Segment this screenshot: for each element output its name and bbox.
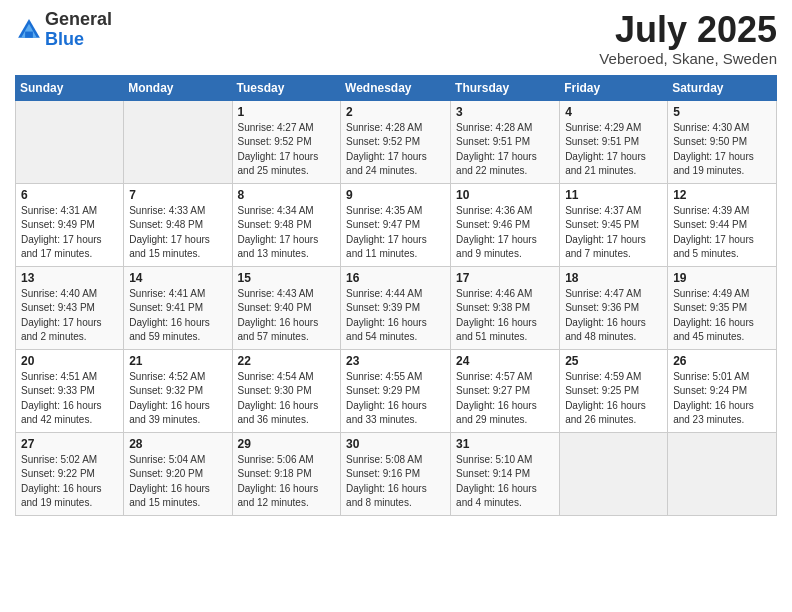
day-info: Sunrise: 4:43 AM Sunset: 9:40 PM Dayligh… [238, 287, 336, 345]
day-info: Sunrise: 4:47 AM Sunset: 9:36 PM Dayligh… [565, 287, 662, 345]
day-number: 2 [346, 105, 445, 119]
location-title: Veberoed, Skane, Sweden [599, 50, 777, 67]
day-number: 12 [673, 188, 771, 202]
header: General Blue July 2025 Veberoed, Skane, … [15, 10, 777, 67]
logo-blue: Blue [45, 29, 84, 49]
day-info: Sunrise: 4:27 AM Sunset: 9:52 PM Dayligh… [238, 121, 336, 179]
day-number: 27 [21, 437, 118, 451]
weekday-tuesday: Tuesday [232, 75, 341, 100]
day-number: 6 [21, 188, 118, 202]
calendar-cell: 4Sunrise: 4:29 AM Sunset: 9:51 PM Daylig… [560, 100, 668, 183]
weekday-thursday: Thursday [451, 75, 560, 100]
calendar-cell: 13Sunrise: 4:40 AM Sunset: 9:43 PM Dayli… [16, 266, 124, 349]
day-number: 5 [673, 105, 771, 119]
calendar-cell: 28Sunrise: 5:04 AM Sunset: 9:20 PM Dayli… [124, 432, 232, 515]
day-info: Sunrise: 4:57 AM Sunset: 9:27 PM Dayligh… [456, 370, 554, 428]
calendar-cell: 5Sunrise: 4:30 AM Sunset: 9:50 PM Daylig… [668, 100, 777, 183]
day-number: 15 [238, 271, 336, 285]
calendar-cell: 12Sunrise: 4:39 AM Sunset: 9:44 PM Dayli… [668, 183, 777, 266]
day-number: 11 [565, 188, 662, 202]
calendar-cell: 11Sunrise: 4:37 AM Sunset: 9:45 PM Dayli… [560, 183, 668, 266]
day-number: 7 [129, 188, 226, 202]
week-row-2: 6Sunrise: 4:31 AM Sunset: 9:49 PM Daylig… [16, 183, 777, 266]
day-info: Sunrise: 4:31 AM Sunset: 9:49 PM Dayligh… [21, 204, 118, 262]
day-info: Sunrise: 4:49 AM Sunset: 9:35 PM Dayligh… [673, 287, 771, 345]
day-info: Sunrise: 5:08 AM Sunset: 9:16 PM Dayligh… [346, 453, 445, 511]
calendar-cell [560, 432, 668, 515]
calendar-cell: 24Sunrise: 4:57 AM Sunset: 9:27 PM Dayli… [451, 349, 560, 432]
calendar-cell: 10Sunrise: 4:36 AM Sunset: 9:46 PM Dayli… [451, 183, 560, 266]
day-info: Sunrise: 4:44 AM Sunset: 9:39 PM Dayligh… [346, 287, 445, 345]
calendar-cell [16, 100, 124, 183]
calendar-cell: 31Sunrise: 5:10 AM Sunset: 9:14 PM Dayli… [451, 432, 560, 515]
day-info: Sunrise: 4:40 AM Sunset: 9:43 PM Dayligh… [21, 287, 118, 345]
day-info: Sunrise: 4:30 AM Sunset: 9:50 PM Dayligh… [673, 121, 771, 179]
day-number: 28 [129, 437, 226, 451]
day-info: Sunrise: 4:41 AM Sunset: 9:41 PM Dayligh… [129, 287, 226, 345]
day-info: Sunrise: 4:28 AM Sunset: 9:51 PM Dayligh… [456, 121, 554, 179]
day-info: Sunrise: 4:36 AM Sunset: 9:46 PM Dayligh… [456, 204, 554, 262]
weekday-monday: Monday [124, 75, 232, 100]
day-number: 13 [21, 271, 118, 285]
weekday-header-row: SundayMondayTuesdayWednesdayThursdayFrid… [16, 75, 777, 100]
title-block: July 2025 Veberoed, Skane, Sweden [599, 10, 777, 67]
day-info: Sunrise: 4:33 AM Sunset: 9:48 PM Dayligh… [129, 204, 226, 262]
calendar-cell: 18Sunrise: 4:47 AM Sunset: 9:36 PM Dayli… [560, 266, 668, 349]
day-number: 24 [456, 354, 554, 368]
day-info: Sunrise: 4:59 AM Sunset: 9:25 PM Dayligh… [565, 370, 662, 428]
day-info: Sunrise: 4:28 AM Sunset: 9:52 PM Dayligh… [346, 121, 445, 179]
calendar-cell [124, 100, 232, 183]
day-number: 20 [21, 354, 118, 368]
day-number: 14 [129, 271, 226, 285]
month-title: July 2025 [599, 10, 777, 50]
svg-rect-2 [25, 31, 33, 37]
day-number: 16 [346, 271, 445, 285]
calendar-cell: 3Sunrise: 4:28 AM Sunset: 9:51 PM Daylig… [451, 100, 560, 183]
day-number: 8 [238, 188, 336, 202]
calendar-cell: 19Sunrise: 4:49 AM Sunset: 9:35 PM Dayli… [668, 266, 777, 349]
day-number: 17 [456, 271, 554, 285]
day-info: Sunrise: 5:02 AM Sunset: 9:22 PM Dayligh… [21, 453, 118, 511]
calendar-cell: 26Sunrise: 5:01 AM Sunset: 9:24 PM Dayli… [668, 349, 777, 432]
logo-text: General Blue [45, 10, 112, 50]
logo: General Blue [15, 10, 112, 50]
weekday-wednesday: Wednesday [341, 75, 451, 100]
day-number: 21 [129, 354, 226, 368]
calendar-cell: 30Sunrise: 5:08 AM Sunset: 9:16 PM Dayli… [341, 432, 451, 515]
day-number: 25 [565, 354, 662, 368]
day-number: 1 [238, 105, 336, 119]
day-info: Sunrise: 4:35 AM Sunset: 9:47 PM Dayligh… [346, 204, 445, 262]
calendar-cell: 6Sunrise: 4:31 AM Sunset: 9:49 PM Daylig… [16, 183, 124, 266]
calendar-cell: 17Sunrise: 4:46 AM Sunset: 9:38 PM Dayli… [451, 266, 560, 349]
calendar-cell: 27Sunrise: 5:02 AM Sunset: 9:22 PM Dayli… [16, 432, 124, 515]
day-number: 10 [456, 188, 554, 202]
day-info: Sunrise: 4:46 AM Sunset: 9:38 PM Dayligh… [456, 287, 554, 345]
day-number: 31 [456, 437, 554, 451]
day-info: Sunrise: 5:04 AM Sunset: 9:20 PM Dayligh… [129, 453, 226, 511]
day-number: 9 [346, 188, 445, 202]
calendar-cell: 23Sunrise: 4:55 AM Sunset: 9:29 PM Dayli… [341, 349, 451, 432]
calendar-cell: 22Sunrise: 4:54 AM Sunset: 9:30 PM Dayli… [232, 349, 341, 432]
day-number: 26 [673, 354, 771, 368]
day-number: 3 [456, 105, 554, 119]
day-info: Sunrise: 4:52 AM Sunset: 9:32 PM Dayligh… [129, 370, 226, 428]
day-number: 4 [565, 105, 662, 119]
week-row-3: 13Sunrise: 4:40 AM Sunset: 9:43 PM Dayli… [16, 266, 777, 349]
calendar-cell: 25Sunrise: 4:59 AM Sunset: 9:25 PM Dayli… [560, 349, 668, 432]
calendar-cell: 14Sunrise: 4:41 AM Sunset: 9:41 PM Dayli… [124, 266, 232, 349]
calendar-cell: 16Sunrise: 4:44 AM Sunset: 9:39 PM Dayli… [341, 266, 451, 349]
page: General Blue July 2025 Veberoed, Skane, … [0, 0, 792, 612]
weekday-friday: Friday [560, 75, 668, 100]
calendar-cell: 20Sunrise: 4:51 AM Sunset: 9:33 PM Dayli… [16, 349, 124, 432]
calendar-cell: 2Sunrise: 4:28 AM Sunset: 9:52 PM Daylig… [341, 100, 451, 183]
calendar-cell: 8Sunrise: 4:34 AM Sunset: 9:48 PM Daylig… [232, 183, 341, 266]
calendar-cell [668, 432, 777, 515]
day-info: Sunrise: 4:54 AM Sunset: 9:30 PM Dayligh… [238, 370, 336, 428]
day-info: Sunrise: 4:37 AM Sunset: 9:45 PM Dayligh… [565, 204, 662, 262]
day-number: 30 [346, 437, 445, 451]
calendar-cell: 7Sunrise: 4:33 AM Sunset: 9:48 PM Daylig… [124, 183, 232, 266]
day-info: Sunrise: 4:39 AM Sunset: 9:44 PM Dayligh… [673, 204, 771, 262]
day-info: Sunrise: 5:10 AM Sunset: 9:14 PM Dayligh… [456, 453, 554, 511]
day-info: Sunrise: 4:34 AM Sunset: 9:48 PM Dayligh… [238, 204, 336, 262]
day-info: Sunrise: 4:29 AM Sunset: 9:51 PM Dayligh… [565, 121, 662, 179]
